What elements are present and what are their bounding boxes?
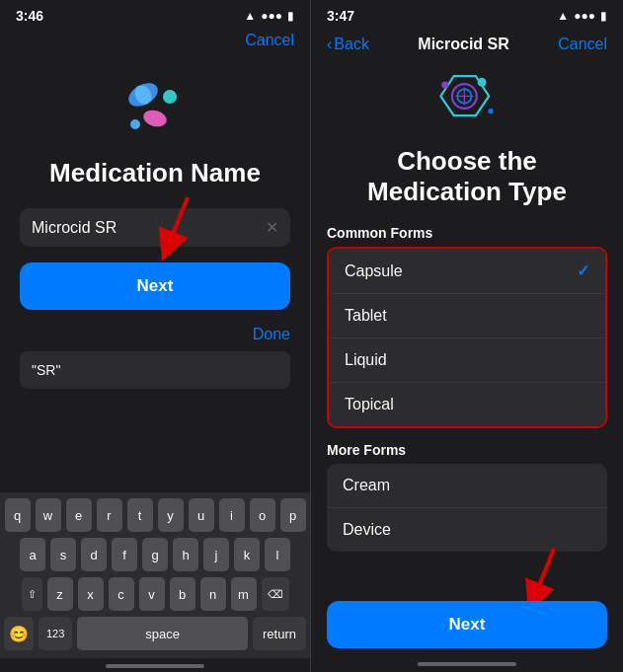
key-o[interactable]: o — [250, 498, 275, 532]
svg-point-2 — [141, 108, 168, 129]
medication-icon — [116, 67, 195, 146]
kb-row-1: q w e r t y u i o p — [4, 498, 306, 532]
key-i[interactable]: i — [219, 498, 245, 532]
key-n[interactable]: n — [200, 577, 226, 611]
key-space[interactable]: space — [77, 617, 248, 650]
left-status-bar: 3:46 ▲ ●●● ▮ — [0, 0, 310, 28]
option-topical[interactable]: Topical — [329, 383, 605, 426]
left-status-time: 3:46 — [16, 8, 43, 24]
nav-title: Microcid SR — [418, 36, 508, 53]
key-y[interactable]: y — [158, 498, 184, 532]
key-a[interactable]: a — [20, 538, 45, 571]
key-v[interactable]: v — [139, 577, 165, 611]
left-cancel-button[interactable]: Cancel — [245, 32, 294, 49]
right-status-bar: 3:47 ▲ ●●● ▮ — [311, 0, 623, 28]
key-c[interactable]: c — [109, 577, 134, 611]
key-g[interactable]: g — [142, 538, 168, 571]
right-signal-icon: ●●● — [574, 9, 595, 23]
back-button[interactable]: ‹ Back — [327, 36, 369, 53]
suggestion-text: "SR" — [32, 362, 60, 378]
key-shift[interactable]: ⇧ — [22, 577, 42, 611]
option-capsule-label: Capsule — [345, 262, 403, 280]
option-topical-label: Topical — [345, 396, 394, 413]
option-device-label: Device — [343, 521, 391, 538]
option-cream-label: Cream — [343, 477, 390, 493]
key-123[interactable]: 123 — [39, 617, 72, 650]
key-e[interactable]: e — [66, 498, 92, 532]
key-j[interactable]: j — [203, 538, 229, 571]
left-content-area: Medication Name Microcid SR ✕ Next Done … — [0, 57, 310, 492]
option-cream[interactable]: Cream — [327, 464, 607, 508]
kb-row-bottom: 😊 123 space return — [4, 617, 306, 650]
svg-point-3 — [163, 90, 177, 104]
key-r[interactable]: r — [97, 498, 122, 532]
wifi-icon: ▲ — [244, 9, 256, 23]
option-capsule[interactable]: Capsule ✓ — [329, 249, 605, 294]
key-q[interactable]: q — [5, 498, 31, 532]
right-cancel-button[interactable]: Cancel — [558, 36, 607, 53]
key-u[interactable]: u — [189, 498, 214, 532]
right-status-time: 3:47 — [327, 8, 354, 24]
right-screen-title: Choose the Medication Type — [327, 146, 607, 207]
suggestion-row[interactable]: "SR" — [20, 351, 290, 389]
capsule-checkmark: ✓ — [577, 261, 589, 280]
key-delete[interactable]: ⌫ — [262, 577, 289, 611]
home-bar-right — [418, 662, 516, 666]
signal-icon: ●●● — [261, 9, 282, 23]
svg-point-11 — [441, 81, 448, 88]
right-nav-bar: ‹ Back Microcid SR Cancel — [311, 28, 623, 61]
common-forms-options: Capsule ✓ Tablet Liquid Topical — [327, 247, 607, 428]
left-status-icons: ▲ ●●● ▮ — [244, 9, 294, 23]
key-l[interactable]: l — [265, 538, 290, 571]
input-value: Microcid SR — [32, 219, 117, 237]
kb-row-2: a s d f g h j k l — [4, 538, 306, 571]
kb-row-3: ⇧ z x c v b n m ⌫ — [4, 577, 306, 611]
key-h[interactable]: h — [173, 538, 198, 571]
svg-point-12 — [488, 108, 493, 112]
common-forms-label: Common Forms — [327, 225, 607, 241]
more-forms-label: More Forms — [327, 442, 607, 458]
home-bar-left — [106, 664, 204, 668]
key-x[interactable]: x — [78, 577, 104, 611]
keyboard: q w e r t y u i o p a s d f g h j k l ⇧ … — [0, 492, 310, 658]
battery-icon: ▮ — [287, 9, 294, 23]
key-return[interactable]: return — [253, 617, 306, 650]
key-s[interactable]: s — [50, 538, 76, 571]
right-battery-icon: ▮ — [600, 9, 607, 23]
clear-icon[interactable]: ✕ — [266, 218, 278, 237]
key-t[interactable]: t — [127, 498, 153, 532]
option-liquid-label: Liquid — [345, 351, 387, 369]
done-bar: Done — [20, 322, 290, 351]
left-next-button[interactable]: Next — [20, 262, 290, 310]
key-z[interactable]: z — [47, 577, 73, 611]
option-liquid[interactable]: Liquid — [329, 338, 605, 383]
done-button[interactable]: Done — [253, 326, 290, 343]
key-m[interactable]: m — [231, 577, 257, 611]
key-d[interactable]: d — [81, 538, 107, 571]
right-next-button[interactable]: Next — [327, 601, 607, 648]
key-f[interactable]: f — [112, 538, 137, 571]
right-status-icons: ▲ ●●● ▮ — [557, 9, 607, 23]
left-screen: 3:46 ▲ ●●● ▮ Cancel Medication Na — [0, 0, 311, 672]
right-home-indicator — [311, 662, 623, 666]
chevron-left-icon: ‹ — [327, 36, 332, 53]
option-device[interactable]: Device — [327, 508, 607, 552]
right-screen: 3:47 ▲ ●●● ▮ ‹ Back Microcid SR Cancel — [311, 0, 623, 672]
option-tablet[interactable]: Tablet — [329, 294, 605, 338]
svg-point-10 — [478, 77, 487, 86]
left-screen-title: Medication Name — [49, 158, 261, 188]
svg-point-4 — [130, 119, 140, 129]
option-tablet-label: Tablet — [345, 307, 387, 325]
medication-name-input[interactable]: Microcid SR ✕ — [20, 208, 290, 247]
right-content-area: Choose the Medication Type Common Forms … — [311, 146, 623, 672]
key-k[interactable]: k — [234, 538, 260, 571]
left-nav-bar: Cancel — [0, 28, 310, 57]
medication-type-icon — [428, 65, 506, 134]
key-w[interactable]: w — [36, 498, 61, 532]
key-emoji[interactable]: 😊 — [4, 617, 34, 650]
right-wifi-icon: ▲ — [557, 9, 569, 23]
left-home-indicator — [0, 658, 310, 672]
key-p[interactable]: p — [280, 498, 306, 532]
key-b[interactable]: b — [170, 577, 195, 611]
more-forms-options: Cream Device — [327, 464, 607, 552]
